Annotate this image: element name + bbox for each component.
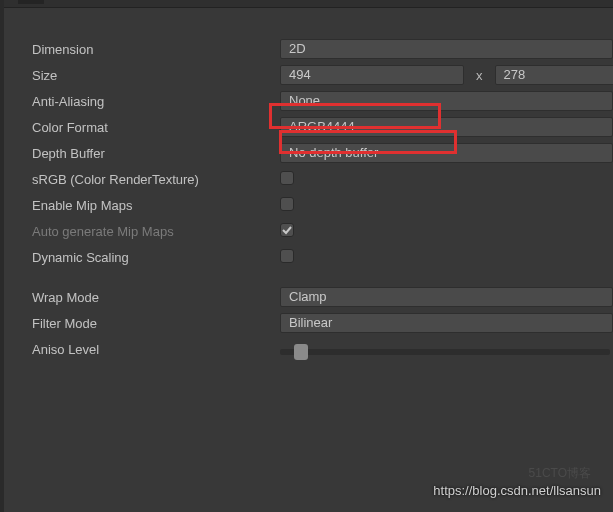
header-icon-placeholder: [18, 0, 44, 4]
dynamic-scaling-checkbox[interactable]: [280, 249, 294, 263]
size-label: Size: [32, 68, 280, 83]
wrap-mode-label: Wrap Mode: [32, 290, 280, 305]
aniso-level-slider[interactable]: [280, 349, 610, 355]
inspector-panel: Dimension 2D Size 494 x 278 Anti-Aliasin…: [4, 8, 613, 362]
auto-mip-label: Auto generate Mip Maps: [32, 224, 280, 239]
mipmaps-label: Enable Mip Maps: [32, 198, 280, 213]
wrap-mode-dropdown[interactable]: Clamp: [280, 287, 613, 307]
anti-aliasing-dropdown[interactable]: None: [280, 91, 613, 111]
dimension-dropdown[interactable]: 2D: [280, 39, 613, 59]
size-width-field[interactable]: 494: [280, 65, 464, 85]
color-format-dropdown[interactable]: ARGB4444: [280, 117, 613, 137]
mipmaps-checkbox[interactable]: [280, 197, 294, 211]
slider-thumb[interactable]: [294, 344, 308, 360]
watermark-text: https://blog.csdn.net/llsansun: [433, 483, 601, 498]
filter-mode-label: Filter Mode: [32, 316, 280, 331]
srgb-checkbox[interactable]: [280, 171, 294, 185]
checkmark-icon: [281, 224, 293, 236]
dynamic-scaling-label: Dynamic Scaling: [32, 250, 280, 265]
filter-mode-dropdown[interactable]: Bilinear: [280, 313, 613, 333]
size-height-field[interactable]: 278: [495, 65, 614, 85]
auto-mip-checkbox: [280, 223, 294, 237]
size-separator: x: [464, 68, 495, 83]
faint-watermark: 51CTO博客: [529, 465, 591, 482]
dimension-label: Dimension: [32, 42, 280, 57]
aniso-level-label: Aniso Level: [32, 342, 280, 357]
anti-aliasing-label: Anti-Aliasing: [32, 94, 280, 109]
depth-buffer-dropdown[interactable]: No depth buffer: [280, 143, 613, 163]
depth-buffer-label: Depth Buffer: [32, 146, 280, 161]
color-format-label: Color Format: [32, 120, 280, 135]
srgb-label: sRGB (Color RenderTexture): [32, 172, 280, 187]
